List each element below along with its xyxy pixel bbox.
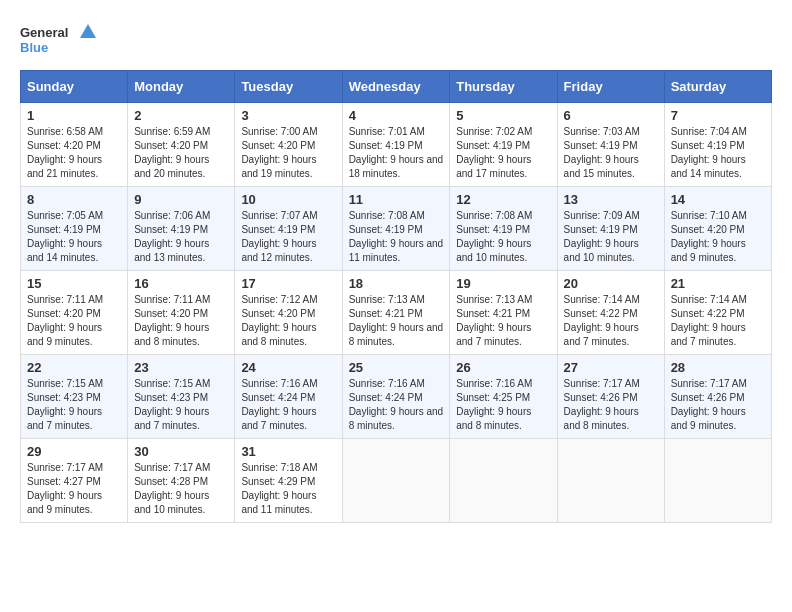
calendar-cell: 23Sunrise: 7:15 AMSunset: 4:23 PMDayligh…	[128, 355, 235, 439]
calendar-cell: 10Sunrise: 7:07 AMSunset: 4:19 PMDayligh…	[235, 187, 342, 271]
day-number: 22	[27, 360, 121, 375]
svg-marker-2	[80, 24, 96, 38]
calendar-cell	[557, 439, 664, 523]
day-number: 20	[564, 276, 658, 291]
calendar-week-row: 1Sunrise: 6:58 AMSunset: 4:20 PMDaylight…	[21, 103, 772, 187]
cell-details: Sunrise: 7:17 AMSunset: 4:28 PMDaylight:…	[134, 461, 228, 517]
day-number: 7	[671, 108, 765, 123]
cell-details: Sunrise: 7:06 AMSunset: 4:19 PMDaylight:…	[134, 209, 228, 265]
day-number: 10	[241, 192, 335, 207]
cell-details: Sunrise: 7:16 AMSunset: 4:25 PMDaylight:…	[456, 377, 550, 433]
calendar-cell: 9Sunrise: 7:06 AMSunset: 4:19 PMDaylight…	[128, 187, 235, 271]
day-number: 30	[134, 444, 228, 459]
calendar-cell	[664, 439, 771, 523]
day-number: 9	[134, 192, 228, 207]
cell-details: Sunrise: 7:12 AMSunset: 4:20 PMDaylight:…	[241, 293, 335, 349]
cell-details: Sunrise: 7:15 AMSunset: 4:23 PMDaylight:…	[27, 377, 121, 433]
cell-details: Sunrise: 7:17 AMSunset: 4:26 PMDaylight:…	[671, 377, 765, 433]
calendar-cell: 31Sunrise: 7:18 AMSunset: 4:29 PMDayligh…	[235, 439, 342, 523]
calendar-cell: 3Sunrise: 7:00 AMSunset: 4:20 PMDaylight…	[235, 103, 342, 187]
cell-details: Sunrise: 7:15 AMSunset: 4:23 PMDaylight:…	[134, 377, 228, 433]
calendar-cell: 30Sunrise: 7:17 AMSunset: 4:28 PMDayligh…	[128, 439, 235, 523]
calendar-cell: 13Sunrise: 7:09 AMSunset: 4:19 PMDayligh…	[557, 187, 664, 271]
calendar-cell: 18Sunrise: 7:13 AMSunset: 4:21 PMDayligh…	[342, 271, 450, 355]
calendar-cell	[450, 439, 557, 523]
day-number: 27	[564, 360, 658, 375]
calendar-cell: 5Sunrise: 7:02 AMSunset: 4:19 PMDaylight…	[450, 103, 557, 187]
cell-details: Sunrise: 7:10 AMSunset: 4:20 PMDaylight:…	[671, 209, 765, 265]
cell-details: Sunrise: 7:08 AMSunset: 4:19 PMDaylight:…	[456, 209, 550, 265]
day-number: 6	[564, 108, 658, 123]
day-number: 3	[241, 108, 335, 123]
calendar-cell: 21Sunrise: 7:14 AMSunset: 4:22 PMDayligh…	[664, 271, 771, 355]
cell-details: Sunrise: 7:13 AMSunset: 4:21 PMDaylight:…	[349, 293, 444, 349]
cell-details: Sunrise: 7:04 AMSunset: 4:19 PMDaylight:…	[671, 125, 765, 181]
calendar-week-row: 22Sunrise: 7:15 AMSunset: 4:23 PMDayligh…	[21, 355, 772, 439]
calendar-cell: 15Sunrise: 7:11 AMSunset: 4:20 PMDayligh…	[21, 271, 128, 355]
day-number: 19	[456, 276, 550, 291]
svg-text:General: General	[20, 25, 68, 40]
calendar-cell: 28Sunrise: 7:17 AMSunset: 4:26 PMDayligh…	[664, 355, 771, 439]
cell-details: Sunrise: 7:11 AMSunset: 4:20 PMDaylight:…	[134, 293, 228, 349]
weekday-header-row: SundayMondayTuesdayWednesdayThursdayFrid…	[21, 71, 772, 103]
cell-details: Sunrise: 7:14 AMSunset: 4:22 PMDaylight:…	[564, 293, 658, 349]
day-number: 14	[671, 192, 765, 207]
svg-text:Blue: Blue	[20, 40, 48, 55]
day-number: 23	[134, 360, 228, 375]
day-number: 26	[456, 360, 550, 375]
calendar-cell: 17Sunrise: 7:12 AMSunset: 4:20 PMDayligh…	[235, 271, 342, 355]
weekday-header-monday: Monday	[128, 71, 235, 103]
page-header: General Blue	[20, 20, 772, 60]
day-number: 28	[671, 360, 765, 375]
calendar-cell: 8Sunrise: 7:05 AMSunset: 4:19 PMDaylight…	[21, 187, 128, 271]
calendar-cell: 19Sunrise: 7:13 AMSunset: 4:21 PMDayligh…	[450, 271, 557, 355]
weekday-header-friday: Friday	[557, 71, 664, 103]
logo-svg: General Blue	[20, 20, 100, 60]
day-number: 21	[671, 276, 765, 291]
calendar-cell: 4Sunrise: 7:01 AMSunset: 4:19 PMDaylight…	[342, 103, 450, 187]
cell-details: Sunrise: 7:16 AMSunset: 4:24 PMDaylight:…	[241, 377, 335, 433]
calendar-week-row: 8Sunrise: 7:05 AMSunset: 4:19 PMDaylight…	[21, 187, 772, 271]
calendar-cell: 1Sunrise: 6:58 AMSunset: 4:20 PMDaylight…	[21, 103, 128, 187]
cell-details: Sunrise: 7:13 AMSunset: 4:21 PMDaylight:…	[456, 293, 550, 349]
cell-details: Sunrise: 7:05 AMSunset: 4:19 PMDaylight:…	[27, 209, 121, 265]
calendar-cell: 20Sunrise: 7:14 AMSunset: 4:22 PMDayligh…	[557, 271, 664, 355]
cell-details: Sunrise: 7:01 AMSunset: 4:19 PMDaylight:…	[349, 125, 444, 181]
cell-details: Sunrise: 6:58 AMSunset: 4:20 PMDaylight:…	[27, 125, 121, 181]
day-number: 8	[27, 192, 121, 207]
cell-details: Sunrise: 7:16 AMSunset: 4:24 PMDaylight:…	[349, 377, 444, 433]
weekday-header-saturday: Saturday	[664, 71, 771, 103]
weekday-header-thursday: Thursday	[450, 71, 557, 103]
weekday-header-wednesday: Wednesday	[342, 71, 450, 103]
day-number: 15	[27, 276, 121, 291]
cell-details: Sunrise: 7:18 AMSunset: 4:29 PMDaylight:…	[241, 461, 335, 517]
calendar-week-row: 15Sunrise: 7:11 AMSunset: 4:20 PMDayligh…	[21, 271, 772, 355]
cell-details: Sunrise: 7:00 AMSunset: 4:20 PMDaylight:…	[241, 125, 335, 181]
cell-details: Sunrise: 7:08 AMSunset: 4:19 PMDaylight:…	[349, 209, 444, 265]
calendar-cell: 16Sunrise: 7:11 AMSunset: 4:20 PMDayligh…	[128, 271, 235, 355]
day-number: 13	[564, 192, 658, 207]
calendar-cell: 29Sunrise: 7:17 AMSunset: 4:27 PMDayligh…	[21, 439, 128, 523]
cell-details: Sunrise: 7:14 AMSunset: 4:22 PMDaylight:…	[671, 293, 765, 349]
calendar-cell: 25Sunrise: 7:16 AMSunset: 4:24 PMDayligh…	[342, 355, 450, 439]
calendar-week-row: 29Sunrise: 7:17 AMSunset: 4:27 PMDayligh…	[21, 439, 772, 523]
logo: General Blue	[20, 20, 100, 60]
cell-details: Sunrise: 7:17 AMSunset: 4:27 PMDaylight:…	[27, 461, 121, 517]
day-number: 11	[349, 192, 444, 207]
calendar-cell: 12Sunrise: 7:08 AMSunset: 4:19 PMDayligh…	[450, 187, 557, 271]
cell-details: Sunrise: 6:59 AMSunset: 4:20 PMDaylight:…	[134, 125, 228, 181]
calendar-cell: 2Sunrise: 6:59 AMSunset: 4:20 PMDaylight…	[128, 103, 235, 187]
cell-details: Sunrise: 7:17 AMSunset: 4:26 PMDaylight:…	[564, 377, 658, 433]
day-number: 2	[134, 108, 228, 123]
cell-details: Sunrise: 7:07 AMSunset: 4:19 PMDaylight:…	[241, 209, 335, 265]
cell-details: Sunrise: 7:03 AMSunset: 4:19 PMDaylight:…	[564, 125, 658, 181]
calendar-cell: 24Sunrise: 7:16 AMSunset: 4:24 PMDayligh…	[235, 355, 342, 439]
calendar-cell: 7Sunrise: 7:04 AMSunset: 4:19 PMDaylight…	[664, 103, 771, 187]
calendar-cell	[342, 439, 450, 523]
day-number: 17	[241, 276, 335, 291]
weekday-header-tuesday: Tuesday	[235, 71, 342, 103]
day-number: 5	[456, 108, 550, 123]
cell-details: Sunrise: 7:09 AMSunset: 4:19 PMDaylight:…	[564, 209, 658, 265]
day-number: 12	[456, 192, 550, 207]
day-number: 4	[349, 108, 444, 123]
